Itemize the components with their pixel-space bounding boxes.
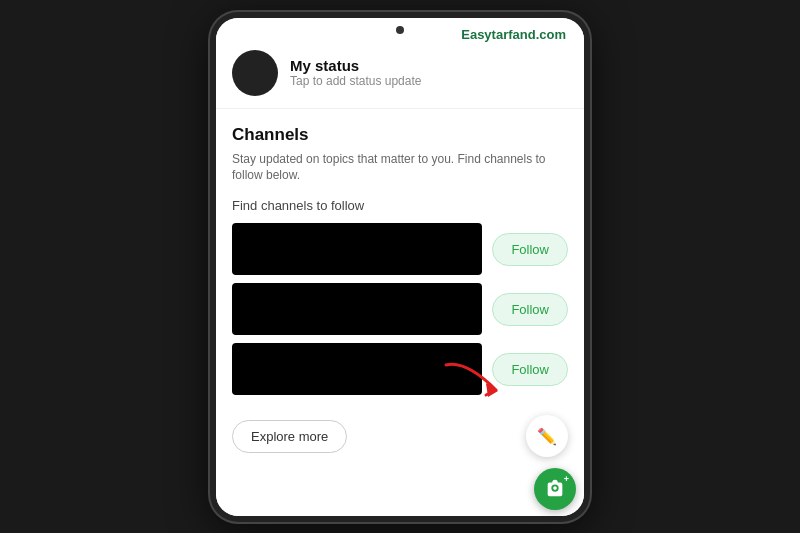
pencil-icon: ✏️	[537, 427, 557, 446]
camera-fab-plus-icon: +	[564, 474, 569, 484]
main-content: My status Tap to add status update Chann…	[216, 38, 584, 516]
follow-button-1[interactable]: Follow	[492, 233, 568, 266]
channel-item-1: Follow	[232, 223, 568, 275]
camera-fab-button[interactable]: +	[534, 468, 576, 510]
channels-title: Channels	[232, 125, 568, 145]
channel-thumbnail-1	[232, 223, 482, 275]
front-camera	[396, 26, 404, 34]
channels-description: Stay updated on topics that matter to yo…	[232, 151, 568, 185]
camera-fab-icon	[544, 478, 566, 500]
channel-thumbnail-2	[232, 283, 482, 335]
pencil-button[interactable]: ✏️	[526, 415, 568, 457]
status-subtitle: Tap to add status update	[290, 74, 421, 88]
watermark: Easytarfand.com	[457, 26, 570, 43]
bottom-actions: Explore more ✏️	[216, 403, 584, 467]
follow-button-2[interactable]: Follow	[492, 293, 568, 326]
my-status-row[interactable]: My status Tap to add status update	[216, 38, 584, 109]
status-text: My status Tap to add status update	[290, 57, 421, 88]
explore-more-button[interactable]: Explore more	[232, 420, 347, 453]
device-frame: Easytarfand.com My status Tap to add sta…	[210, 12, 590, 522]
red-arrow	[436, 355, 526, 405]
channel-item-2: Follow	[232, 283, 568, 335]
find-channels-label: Find channels to follow	[232, 198, 568, 213]
status-name: My status	[290, 57, 421, 74]
channels-section: Channels Stay updated on topics that mat…	[216, 109, 584, 404]
device-screen: Easytarfand.com My status Tap to add sta…	[216, 18, 584, 516]
avatar	[232, 50, 278, 96]
